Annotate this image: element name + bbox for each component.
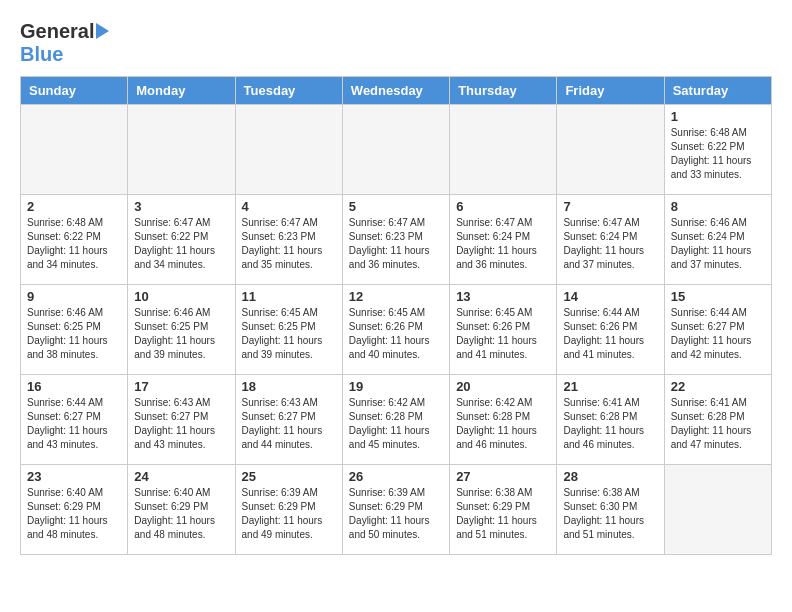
calendar-cell: 12Sunrise: 6:45 AM Sunset: 6:26 PM Dayli…: [342, 285, 449, 375]
day-number: 26: [349, 469, 443, 484]
day-info: Sunrise: 6:44 AM Sunset: 6:27 PM Dayligh…: [671, 306, 765, 362]
calendar-cell: 1Sunrise: 6:48 AM Sunset: 6:22 PM Daylig…: [664, 105, 771, 195]
page-header: General Blue: [20, 20, 772, 66]
calendar-cell: [128, 105, 235, 195]
day-number: 22: [671, 379, 765, 394]
calendar-cell: 10Sunrise: 6:46 AM Sunset: 6:25 PM Dayli…: [128, 285, 235, 375]
calendar-cell: 20Sunrise: 6:42 AM Sunset: 6:28 PM Dayli…: [450, 375, 557, 465]
day-info: Sunrise: 6:47 AM Sunset: 6:23 PM Dayligh…: [349, 216, 443, 272]
day-info: Sunrise: 6:39 AM Sunset: 6:29 PM Dayligh…: [242, 486, 336, 542]
day-number: 20: [456, 379, 550, 394]
day-number: 3: [134, 199, 228, 214]
day-number: 10: [134, 289, 228, 304]
day-number: 12: [349, 289, 443, 304]
day-number: 19: [349, 379, 443, 394]
calendar-cell: 13Sunrise: 6:45 AM Sunset: 6:26 PM Dayli…: [450, 285, 557, 375]
calendar-cell: 15Sunrise: 6:44 AM Sunset: 6:27 PM Dayli…: [664, 285, 771, 375]
day-info: Sunrise: 6:42 AM Sunset: 6:28 PM Dayligh…: [349, 396, 443, 452]
day-number: 25: [242, 469, 336, 484]
day-info: Sunrise: 6:47 AM Sunset: 6:22 PM Dayligh…: [134, 216, 228, 272]
logo-blue-text: Blue: [20, 43, 63, 65]
calendar-cell: 8Sunrise: 6:46 AM Sunset: 6:24 PM Daylig…: [664, 195, 771, 285]
day-info: Sunrise: 6:40 AM Sunset: 6:29 PM Dayligh…: [27, 486, 121, 542]
day-info: Sunrise: 6:41 AM Sunset: 6:28 PM Dayligh…: [563, 396, 657, 452]
week-row-5: 23Sunrise: 6:40 AM Sunset: 6:29 PM Dayli…: [21, 465, 772, 555]
week-row-2: 2Sunrise: 6:48 AM Sunset: 6:22 PM Daylig…: [21, 195, 772, 285]
calendar-table: SundayMondayTuesdayWednesdayThursdayFrid…: [20, 76, 772, 555]
calendar-cell: 19Sunrise: 6:42 AM Sunset: 6:28 PM Dayli…: [342, 375, 449, 465]
day-info: Sunrise: 6:46 AM Sunset: 6:24 PM Dayligh…: [671, 216, 765, 272]
calendar-cell: 14Sunrise: 6:44 AM Sunset: 6:26 PM Dayli…: [557, 285, 664, 375]
weekday-header-row: SundayMondayTuesdayWednesdayThursdayFrid…: [21, 77, 772, 105]
calendar-cell: 18Sunrise: 6:43 AM Sunset: 6:27 PM Dayli…: [235, 375, 342, 465]
calendar-cell: 28Sunrise: 6:38 AM Sunset: 6:30 PM Dayli…: [557, 465, 664, 555]
day-info: Sunrise: 6:48 AM Sunset: 6:22 PM Dayligh…: [27, 216, 121, 272]
day-info: Sunrise: 6:42 AM Sunset: 6:28 PM Dayligh…: [456, 396, 550, 452]
calendar-cell: 4Sunrise: 6:47 AM Sunset: 6:23 PM Daylig…: [235, 195, 342, 285]
day-number: 21: [563, 379, 657, 394]
day-number: 18: [242, 379, 336, 394]
weekday-header-thursday: Thursday: [450, 77, 557, 105]
calendar-cell: 7Sunrise: 6:47 AM Sunset: 6:24 PM Daylig…: [557, 195, 664, 285]
day-info: Sunrise: 6:48 AM Sunset: 6:22 PM Dayligh…: [671, 126, 765, 182]
day-info: Sunrise: 6:41 AM Sunset: 6:28 PM Dayligh…: [671, 396, 765, 452]
day-number: 17: [134, 379, 228, 394]
weekday-header-friday: Friday: [557, 77, 664, 105]
calendar-cell: 23Sunrise: 6:40 AM Sunset: 6:29 PM Dayli…: [21, 465, 128, 555]
day-info: Sunrise: 6:45 AM Sunset: 6:25 PM Dayligh…: [242, 306, 336, 362]
day-number: 9: [27, 289, 121, 304]
calendar-cell: 24Sunrise: 6:40 AM Sunset: 6:29 PM Dayli…: [128, 465, 235, 555]
weekday-header-tuesday: Tuesday: [235, 77, 342, 105]
day-number: 5: [349, 199, 443, 214]
calendar-cell: [21, 105, 128, 195]
day-info: Sunrise: 6:38 AM Sunset: 6:29 PM Dayligh…: [456, 486, 550, 542]
day-info: Sunrise: 6:39 AM Sunset: 6:29 PM Dayligh…: [349, 486, 443, 542]
day-info: Sunrise: 6:40 AM Sunset: 6:29 PM Dayligh…: [134, 486, 228, 542]
day-info: Sunrise: 6:44 AM Sunset: 6:27 PM Dayligh…: [27, 396, 121, 452]
day-number: 11: [242, 289, 336, 304]
day-info: Sunrise: 6:43 AM Sunset: 6:27 PM Dayligh…: [134, 396, 228, 452]
day-info: Sunrise: 6:47 AM Sunset: 6:24 PM Dayligh…: [563, 216, 657, 272]
logo-triangle-icon: [96, 23, 109, 39]
day-info: Sunrise: 6:44 AM Sunset: 6:26 PM Dayligh…: [563, 306, 657, 362]
calendar-cell: 17Sunrise: 6:43 AM Sunset: 6:27 PM Dayli…: [128, 375, 235, 465]
day-number: 15: [671, 289, 765, 304]
day-number: 8: [671, 199, 765, 214]
weekday-header-monday: Monday: [128, 77, 235, 105]
day-info: Sunrise: 6:45 AM Sunset: 6:26 PM Dayligh…: [349, 306, 443, 362]
day-number: 28: [563, 469, 657, 484]
calendar-cell: 25Sunrise: 6:39 AM Sunset: 6:29 PM Dayli…: [235, 465, 342, 555]
calendar-cell: 26Sunrise: 6:39 AM Sunset: 6:29 PM Dayli…: [342, 465, 449, 555]
day-number: 4: [242, 199, 336, 214]
day-info: Sunrise: 6:47 AM Sunset: 6:23 PM Dayligh…: [242, 216, 336, 272]
weekday-header-saturday: Saturday: [664, 77, 771, 105]
calendar-cell: 22Sunrise: 6:41 AM Sunset: 6:28 PM Dayli…: [664, 375, 771, 465]
calendar-cell: [235, 105, 342, 195]
day-number: 14: [563, 289, 657, 304]
logo: General Blue: [20, 20, 109, 66]
day-number: 27: [456, 469, 550, 484]
week-row-3: 9Sunrise: 6:46 AM Sunset: 6:25 PM Daylig…: [21, 285, 772, 375]
calendar-cell: [664, 465, 771, 555]
week-row-4: 16Sunrise: 6:44 AM Sunset: 6:27 PM Dayli…: [21, 375, 772, 465]
week-row-1: 1Sunrise: 6:48 AM Sunset: 6:22 PM Daylig…: [21, 105, 772, 195]
calendar-cell: 27Sunrise: 6:38 AM Sunset: 6:29 PM Dayli…: [450, 465, 557, 555]
day-number: 2: [27, 199, 121, 214]
calendar-cell: [557, 105, 664, 195]
day-info: Sunrise: 6:43 AM Sunset: 6:27 PM Dayligh…: [242, 396, 336, 452]
day-info: Sunrise: 6:47 AM Sunset: 6:24 PM Dayligh…: [456, 216, 550, 272]
calendar-cell: 11Sunrise: 6:45 AM Sunset: 6:25 PM Dayli…: [235, 285, 342, 375]
calendar-cell: 6Sunrise: 6:47 AM Sunset: 6:24 PM Daylig…: [450, 195, 557, 285]
logo-general-text: General: [20, 20, 94, 43]
calendar-cell: 21Sunrise: 6:41 AM Sunset: 6:28 PM Dayli…: [557, 375, 664, 465]
calendar-cell: 5Sunrise: 6:47 AM Sunset: 6:23 PM Daylig…: [342, 195, 449, 285]
calendar-cell: 3Sunrise: 6:47 AM Sunset: 6:22 PM Daylig…: [128, 195, 235, 285]
calendar-cell: [342, 105, 449, 195]
day-info: Sunrise: 6:46 AM Sunset: 6:25 PM Dayligh…: [27, 306, 121, 362]
day-info: Sunrise: 6:38 AM Sunset: 6:30 PM Dayligh…: [563, 486, 657, 542]
calendar-cell: 16Sunrise: 6:44 AM Sunset: 6:27 PM Dayli…: [21, 375, 128, 465]
day-number: 16: [27, 379, 121, 394]
weekday-header-wednesday: Wednesday: [342, 77, 449, 105]
day-number: 13: [456, 289, 550, 304]
weekday-header-sunday: Sunday: [21, 77, 128, 105]
